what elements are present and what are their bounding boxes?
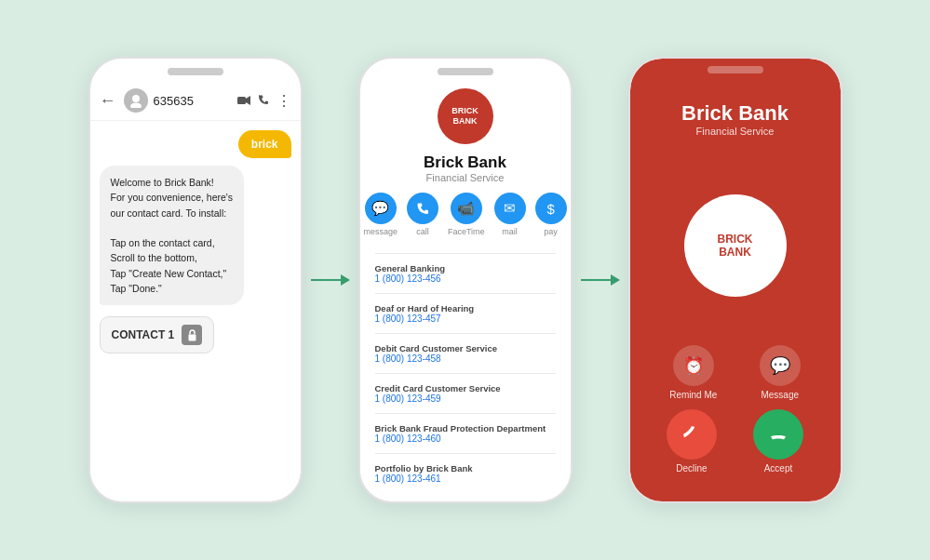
call-screen: Brick Bank Financial Service BRICKBANK ⏰… xyxy=(630,59,841,501)
call-header: Brick Bank Financial Service xyxy=(630,73,841,146)
svg-rect-2 xyxy=(237,97,246,104)
call-logo-text: BRICKBANK xyxy=(718,233,753,260)
action-message[interactable]: 💬 message xyxy=(363,193,398,236)
phone-incoming-call: Brick Bank Financial Service BRICKBANK ⏰… xyxy=(628,57,842,503)
message-label: message xyxy=(363,227,398,236)
action-call[interactable]: call xyxy=(407,193,438,236)
message-bubble-icon: 💬 xyxy=(760,345,801,386)
message-action-label: Message xyxy=(761,390,799,400)
mail-label: mail xyxy=(502,227,518,236)
facetime-icon: 📹 xyxy=(451,193,482,224)
message-icon: 💬 xyxy=(365,193,397,224)
call-icon xyxy=(407,193,438,224)
decline-button[interactable]: Decline xyxy=(667,409,717,473)
decline-label: Decline xyxy=(676,463,707,473)
scene: ← 635635 ⋮ brick Welcome xyxy=(0,0,930,560)
back-icon[interactable]: ← xyxy=(100,91,116,111)
sms-action-icons: ⋮ xyxy=(237,92,291,110)
contact-card-label: CONTACT 1 xyxy=(112,328,175,341)
sms-header: ← 635635 ⋮ xyxy=(90,75,301,121)
remind-me-label: Remind Me xyxy=(669,390,717,400)
logo-text: BRICKBANK xyxy=(452,106,478,127)
phone-contact: BRICKBANK Brick Bank Financial Service 💬… xyxy=(358,57,573,503)
call-top-actions: ⏰ Remind Me 💬 Message xyxy=(630,345,841,409)
call-logo-area: BRICKBANK xyxy=(630,146,841,345)
phone-notch-2 xyxy=(438,68,493,75)
svg-point-0 xyxy=(132,95,140,102)
contact-entry-4: Credit Card Customer Service 1 (800) 123… xyxy=(375,380,556,407)
contact-entry-3: Debit Card Customer Service 1 (800) 123-… xyxy=(375,340,556,367)
contact-entry-1: General Banking 1 (800) 123-456 xyxy=(375,260,556,287)
svg-marker-3 xyxy=(246,96,250,105)
action-facetime[interactable]: 📹 FaceTime xyxy=(448,193,485,236)
contact-entry-2: Deaf or Hard of Hearing 1 (800) 123-457 xyxy=(375,300,556,327)
avatar xyxy=(124,88,148,113)
sms-contact-name: 635635 xyxy=(154,94,232,108)
call-logo-circle: BRICKBANK xyxy=(684,194,787,297)
message-action[interactable]: 💬 Message xyxy=(760,345,801,400)
action-pay[interactable]: $ pay xyxy=(535,193,567,236)
outgoing-bubble: brick xyxy=(238,130,291,158)
phone-sms: ← 635635 ⋮ brick Welcome xyxy=(88,57,303,503)
contact-entry-5: Brick Bank Fraud Protection Department 1… xyxy=(375,420,556,447)
call-main-buttons: Decline Accept xyxy=(630,409,841,501)
call-bank-subtitle: Financial Service xyxy=(649,126,822,137)
remind-me-action[interactable]: ⏰ Remind Me xyxy=(669,345,717,400)
contact-card-screen: BRICKBANK Brick Bank Financial Service 💬… xyxy=(360,75,571,503)
accept-icon xyxy=(753,409,803,460)
contact-entry-6: Portfolio by Brick Bank 1 (800) 123-461 xyxy=(375,460,556,487)
sms-body: brick Welcome to Brick Bank! For you con… xyxy=(90,121,301,503)
contact-name: Brick Bank xyxy=(424,153,506,172)
phone-icon[interactable] xyxy=(258,93,269,108)
lock-icon xyxy=(182,325,202,345)
svg-rect-4 xyxy=(188,334,195,340)
phone-notch xyxy=(168,68,223,75)
mail-icon: ✉ xyxy=(494,193,526,224)
menu-icon[interactable]: ⋮ xyxy=(276,92,291,110)
accept-button[interactable]: Accept xyxy=(753,409,803,473)
contact-card-attachment[interactable]: CONTACT 1 xyxy=(100,316,215,353)
alarm-icon: ⏰ xyxy=(673,345,714,386)
video-icon[interactable] xyxy=(237,93,250,108)
brand-logo: BRICKBANK xyxy=(438,88,493,144)
contact-subtitle: Financial Service xyxy=(426,172,505,183)
pay-label: pay xyxy=(544,227,558,236)
contact-actions-row: 💬 message call 📹 FaceTime ✉ mail xyxy=(363,193,566,236)
svg-point-1 xyxy=(130,103,142,109)
pay-icon: $ xyxy=(535,193,567,224)
arrow-2 xyxy=(573,274,628,286)
call-label: call xyxy=(416,227,429,236)
phone-notch-3 xyxy=(708,66,763,73)
decline-icon xyxy=(667,409,717,460)
facetime-label: FaceTime xyxy=(448,227,485,236)
action-mail[interactable]: ✉ mail xyxy=(494,193,526,236)
arrow-1 xyxy=(303,274,358,286)
accept-label: Accept xyxy=(764,463,793,473)
call-bank-name: Brick Bank xyxy=(649,101,822,126)
incoming-bubble: Welcome to Brick Bank! For you convenien… xyxy=(100,166,245,305)
